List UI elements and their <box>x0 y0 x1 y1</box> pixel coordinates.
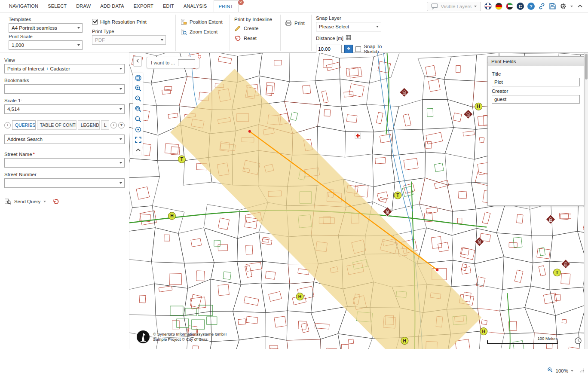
poi-stop-t-icon[interactable]: T <box>178 156 185 163</box>
zoom-in-icon[interactable] <box>134 84 143 93</box>
tabs-overflow-button[interactable]: ▾ <box>118 122 125 128</box>
street-name-select[interactable] <box>4 158 125 168</box>
zoom-level-icon[interactable] <box>547 367 553 375</box>
title-input[interactable] <box>492 78 580 86</box>
send-query-button[interactable]: Send Query <box>14 199 40 204</box>
poi-stop-t-icon[interactable]: T <box>554 269 561 276</box>
poi-hospital-cross-icon[interactable] <box>355 133 361 138</box>
reset-undo-icon <box>234 35 241 42</box>
bookmarks-select[interactable] <box>4 84 125 94</box>
map-attribution: © SynerGIS Informationssysteme GmbH Samp… <box>136 330 227 344</box>
scrollbar-thumb[interactable] <box>585 54 588 79</box>
snap-to-sketch-checkbox[interactable] <box>355 46 361 52</box>
i-want-to-search[interactable]: I want to ... <box>147 57 199 68</box>
tab-queries[interactable]: QUERIES <box>12 120 36 130</box>
poi-stop-t-icon[interactable]: T <box>394 192 401 199</box>
help-circle-icon[interactable]: ? <box>527 3 535 10</box>
tab-legend[interactable]: LEGEND <box>78 120 100 130</box>
collapse-toolbar-icon[interactable] <box>134 146 143 155</box>
high-resolution-checkbox[interactable] <box>92 19 98 24</box>
chevron-left-icon <box>135 58 141 65</box>
reset-indexline-button[interactable]: Reset <box>234 35 274 42</box>
street-number-select[interactable] <box>4 178 125 188</box>
menu-item-edit[interactable]: EDIT <box>158 0 179 12</box>
poi-stop-h-icon[interactable]: H <box>401 337 408 345</box>
print-button[interactable]: Print <box>285 20 305 27</box>
poi-stop-h-icon[interactable]: H <box>168 212 175 220</box>
time-slider-button[interactable] <box>574 337 582 346</box>
menu-item-analysis[interactable]: ANALYSIS <box>179 0 212 12</box>
scale-select[interactable]: 4,514 <box>4 104 125 114</box>
menu-item-draw[interactable]: DRAW <box>71 0 95 12</box>
sketch-vertex[interactable] <box>248 130 251 133</box>
creator-label: Creator <box>492 89 580 94</box>
distance-grid-icon[interactable] <box>346 34 351 42</box>
menu-bar: NAVIGATIONSELECTDRAWADD DATAEXPORTEDITAN… <box>0 0 588 13</box>
templates-select[interactable]: A4 Portrait seamless <box>9 23 83 33</box>
reset-query-button[interactable] <box>52 198 59 205</box>
tabs-scroll-left-button[interactable]: ‹ <box>4 122 11 128</box>
svg-text:H: H <box>403 339 407 343</box>
collapse-ribbon-icon[interactable] <box>576 3 584 10</box>
print-by-indexline-label: Print by Indexline <box>234 17 274 22</box>
map-area: TTTHHHHH I want to ... © SynerGIS Inform… <box>129 52 588 349</box>
poi-stop-h-icon[interactable]: H <box>475 103 482 110</box>
zoom-level-caret[interactable] <box>571 370 573 372</box>
print-fields-header[interactable]: Print Fields <box>488 57 584 66</box>
attribution-line-2: Sample Project © City of Graz <box>153 337 227 342</box>
bookmarks-label: Bookmarks <box>4 78 125 83</box>
collapse-sidebar-button[interactable] <box>133 56 142 67</box>
tabs-scroll-right-button[interactable]: › <box>110 122 117 128</box>
menu-item-print[interactable]: PRINT✕ <box>214 0 239 12</box>
tab-l[interactable]: L <box>101 120 109 130</box>
close-print-tab-button[interactable]: ✕ <box>238 0 244 5</box>
i-want-to-input[interactable] <box>178 59 195 66</box>
center-map-icon[interactable] <box>134 125 143 134</box>
resize-grip[interactable] <box>579 367 585 375</box>
german-flag-icon[interactable] <box>495 3 502 10</box>
view-select[interactable]: Points of Interest + Cadaster <box>4 64 125 73</box>
snap-layer-select[interactable]: Please Select <box>316 22 381 31</box>
send-query-dropdown-caret[interactable] <box>43 201 46 202</box>
zoom-out-icon[interactable] <box>134 94 143 103</box>
svg-text:T: T <box>181 157 184 162</box>
distance-label: Distance [m] <box>316 36 343 41</box>
english-flag-icon[interactable] <box>484 3 492 10</box>
save-icon[interactable] <box>549 3 556 10</box>
map-scrollbar[interactable] <box>584 53 588 349</box>
zoom-extent-icon <box>180 28 187 35</box>
zoom-full-extent-icon[interactable] <box>134 115 143 124</box>
high-resolution-checkbox-row[interactable]: High Resolution Print <box>92 19 169 24</box>
poi-stop-h-icon[interactable]: H <box>296 293 303 300</box>
visible-layers-button[interactable]: Visible Layers <box>427 2 481 11</box>
menu-item-navigation[interactable]: NAVIGATION <box>4 0 43 12</box>
zoom-extent-button[interactable]: Zoom Extent <box>180 28 224 35</box>
print-scale-select[interactable]: 1,000 <box>9 40 83 50</box>
main-menu: NAVIGATIONSELECTDRAWADD DATAEXPORTEDITAN… <box>4 0 245 12</box>
tab-table-of-content[interactable]: TABLE OF CONTENT <box>37 120 77 130</box>
print-type-select[interactable]: PDF <box>92 35 166 45</box>
menu-item-add-data[interactable]: ADD DATA <box>95 0 129 12</box>
link-icon[interactable] <box>538 3 545 10</box>
menu-item-select[interactable]: SELECT <box>43 0 71 12</box>
create-pencil-icon <box>234 25 241 32</box>
globe-icon[interactable] <box>134 73 143 83</box>
distance-input[interactable] <box>316 45 342 53</box>
sketch-vertex[interactable] <box>436 269 438 271</box>
snap-layer-label: Snap Layer <box>316 15 395 21</box>
fit-extent-icon[interactable] <box>134 135 143 144</box>
zoom-window-icon[interactable] <box>134 104 143 113</box>
settings-caret-icon[interactable] <box>570 6 573 7</box>
apply-distance-button[interactable] <box>344 45 353 53</box>
query-type-select[interactable]: Address Search <box>4 135 125 144</box>
uae-flag-icon[interactable] <box>506 3 513 10</box>
poi-stop-h-icon[interactable]: H <box>480 328 487 335</box>
ribbon-group-extent: Position Extent Zoom Extent <box>175 15 230 51</box>
view-label: View <box>4 58 125 63</box>
position-extent-button[interactable]: Position Extent <box>180 18 224 25</box>
menu-item-export[interactable]: EXPORT <box>129 0 158 12</box>
settings-gear-icon[interactable] <box>560 3 567 10</box>
creator-input[interactable] <box>492 95 580 104</box>
create-indexline-button[interactable]: Create <box>234 25 274 32</box>
copyright-circle-icon[interactable]: C <box>517 3 524 10</box>
